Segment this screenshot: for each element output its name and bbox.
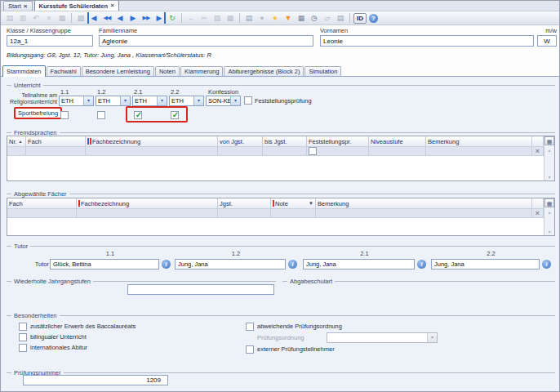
column-chooser-icon[interactable]: ▦ — [544, 136, 554, 145]
filter-cell-niveaustufe[interactable] — [369, 146, 426, 156]
tab-klammerung[interactable]: Klammerung — [180, 66, 224, 76]
column-header-jgst[interactable]: Jgst. — [218, 198, 271, 208]
feststellungspruefung-checkbox[interactable] — [244, 96, 252, 105]
paste-icon[interactable]: ▩ — [224, 12, 237, 24]
chevron-down-icon[interactable]: ▾ — [120, 96, 130, 105]
pruefungsnummer-input[interactable] — [23, 375, 168, 385]
filter-dropdown-icon[interactable]: ▼ — [309, 201, 313, 206]
tab-besondere-lernleistung[interactable]: Besondere Lernleistung — [82, 66, 154, 76]
clear-filter-icon[interactable]: × — [536, 147, 540, 155]
column-header-bis-jgst[interactable]: bis Jgst. — [263, 136, 307, 146]
delete-record-icon[interactable]: × — [42, 12, 56, 24]
klasse-input[interactable] — [7, 35, 93, 47]
internationales-abitur-checkbox[interactable] — [19, 344, 27, 352]
info-icon[interactable]: i — [542, 260, 551, 269]
chevron-down-icon[interactable]: ▾ — [193, 96, 203, 105]
column-header-feststellungspr[interactable]: Feststellungspr. — [307, 136, 369, 146]
religion-select-2.2[interactable]: ETH▾ — [169, 96, 204, 106]
filter-checkbox-feststellungspr[interactable] — [309, 147, 317, 155]
copy-icon[interactable]: ▧ — [211, 12, 224, 24]
edit-datasheet-icon[interactable]: ▦ — [56, 12, 69, 24]
filter-cell-fachbezeichnung[interactable] — [77, 208, 218, 218]
filter-cell-bis-jgst[interactable] — [263, 146, 307, 156]
column-header-bemerkung[interactable]: Bemerkung — [426, 136, 532, 146]
clear-filter-icon[interactable]: × — [536, 209, 540, 217]
nav-fast-back-icon[interactable]: ◀◀ — [100, 12, 113, 24]
tutor-input-1.2[interactable] — [175, 259, 286, 270]
info-icon[interactable]: i — [162, 260, 171, 269]
refresh-icon[interactable]: ↻ — [166, 12, 179, 24]
pruefungsordnung-select[interactable]: ▾ — [327, 332, 438, 343]
filter-cell-note[interactable] — [271, 208, 316, 218]
undo-icon[interactable]: ↶ — [29, 12, 42, 24]
konfession-select[interactable]: SON-KEI▾ — [206, 96, 241, 106]
tab-stammdaten[interactable]: Stammdaten — [2, 65, 46, 77]
nav-back-icon[interactable]: ◀ — [113, 12, 127, 24]
filter-cell-von-jgst[interactable] — [218, 146, 263, 156]
abweichende-pruefungsordnung-checkbox[interactable] — [246, 323, 254, 331]
vornamen-input[interactable] — [320, 35, 534, 47]
zusätzlicher-erwerb-des-baccalaur-ats-checkbox[interactable] — [19, 323, 27, 331]
filter-cell-fachbezeichnung[interactable] — [86, 146, 218, 156]
card-icon[interactable]: ▱ — [321, 12, 334, 24]
nav-fast-forward-icon[interactable]: ▶▶ — [140, 12, 153, 24]
filter-cell-bemerkung[interactable] — [316, 208, 532, 218]
close-icon[interactable]: × — [24, 3, 28, 10]
filter-cell-feststellungspr[interactable] — [307, 146, 369, 156]
id-badge-icon[interactable]: ID — [353, 13, 367, 24]
scroll-up-icon[interactable]: ▴ — [548, 147, 550, 153]
checkbox-row-internationales-abitur[interactable]: internationales Abitur — [19, 343, 136, 352]
nav-last-icon[interactable]: ▶ — [153, 12, 166, 24]
scroll-down-icon[interactable]: ▾ — [548, 229, 550, 234]
cut-icon[interactable]: ✂ — [198, 12, 211, 24]
close-icon[interactable]: × — [110, 2, 114, 9]
scroll-up-icon[interactable]: ▴ — [548, 209, 550, 215]
clock-icon[interactable]: ◷ — [308, 12, 321, 24]
chevron-down-icon[interactable]: ▾ — [157, 96, 167, 105]
sportbefreiung-checkbox-1.2[interactable] — [97, 111, 105, 119]
tip-icon[interactable]: ● — [269, 12, 282, 24]
externer-pruefungsteilnehmer-checkbox[interactable] — [246, 345, 254, 354]
geschlecht-input[interactable] — [537, 35, 557, 47]
column-header-note[interactable]: Note▼ — [271, 198, 316, 208]
column-chooser-icon[interactable]: ▦ — [544, 198, 554, 207]
info-icon[interactable]: i — [288, 260, 297, 269]
column-header-fachbezeichnung[interactable]: Fachbezeichnung — [86, 136, 218, 146]
sportbefreiung-checkbox-1.1[interactable] — [60, 111, 69, 119]
new-record-icon[interactable]: ▤ — [3, 12, 16, 24]
chevron-down-icon[interactable]: ▾ — [427, 333, 437, 342]
filter-cell-nr[interactable] — [7, 146, 26, 156]
window-tab-kursstufe-schülerdaten[interactable]: Kursstufe Schülerdaten× — [34, 0, 119, 11]
column-header-niveaustufe[interactable]: Niveaustufe — [369, 136, 426, 146]
scroll-down-icon[interactable]: ▾ — [548, 174, 550, 180]
religion-select-1.1[interactable]: ETH▾ — [59, 96, 94, 106]
religion-select-2.1[interactable]: ETH▾ — [132, 96, 167, 106]
filter-cell-fach[interactable] — [26, 146, 86, 156]
chevron-down-icon[interactable]: ▾ — [83, 96, 93, 105]
column-header-fach[interactable]: Fach — [26, 136, 86, 146]
column-header-nr[interactable]: Nr.▲ — [7, 136, 26, 146]
info-icon[interactable]: i — [417, 260, 426, 269]
column-header-von-jgst[interactable]: von Jgst. — [218, 136, 263, 146]
filter-cell-jgst[interactable] — [218, 208, 271, 218]
checkbox-row-bilingualer-unterricht[interactable]: bilingualer Unterricht — [19, 332, 136, 341]
print-icon[interactable]: ▤ — [242, 12, 256, 24]
go-back-icon[interactable]: ← — [184, 12, 198, 24]
nav-first-icon[interactable]: ◀ — [87, 12, 100, 24]
table-scrollbar[interactable]: ▦▴▾ — [544, 136, 554, 180]
column-header-fachbezeichnung[interactable]: Fachbezeichnung — [77, 198, 218, 208]
table-scrollbar[interactable]: ▦▴▾ — [544, 198, 554, 235]
tab-simulation[interactable]: Simulation — [304, 66, 341, 76]
religion-select-1.2[interactable]: ETH▾ — [96, 96, 131, 106]
filter-cell-fach[interactable] — [7, 208, 77, 218]
sportbefreiung-checkbox-2.2[interactable]: ✓ — [171, 111, 179, 119]
window-tab-start[interactable]: Start× — [3, 1, 33, 11]
tab-noten[interactable]: Noten — [155, 66, 180, 76]
column-header-fach[interactable]: Fach — [7, 198, 77, 208]
bilingualer-unterricht-checkbox[interactable] — [19, 333, 27, 341]
column-header-bemerkung[interactable]: Bemerkung — [316, 198, 532, 208]
wiederholte-jahrgangstufen-input[interactable] — [127, 284, 274, 295]
tutor-input-2.2[interactable] — [431, 259, 540, 270]
print-report-icon[interactable]: ▤ — [334, 12, 347, 24]
tab-fachwahl[interactable]: Fachwahl — [47, 66, 81, 76]
